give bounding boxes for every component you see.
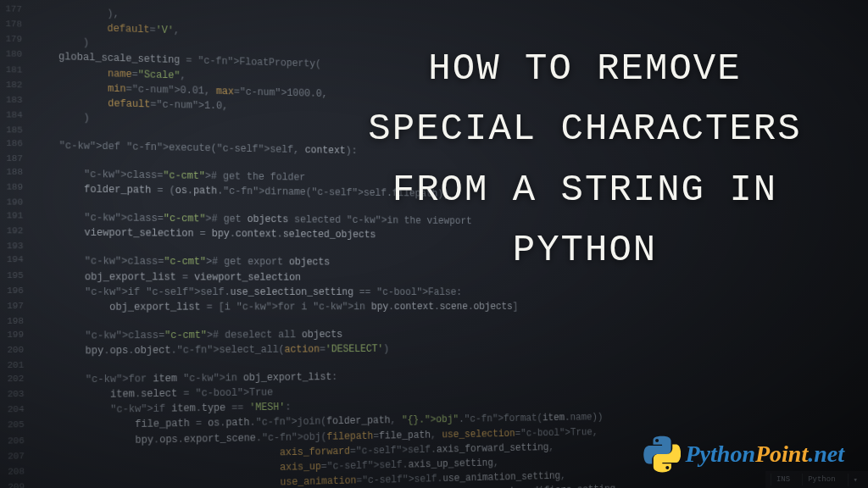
- line-number: 184: [0, 108, 34, 125]
- line-number: 202: [0, 373, 36, 389]
- line-number: 198: [0, 315, 36, 329]
- line-number: 177: [0, 3, 34, 19]
- line-number: 204: [1, 403, 36, 419]
- line-number: 201: [0, 359, 36, 373]
- line-number: 187: [0, 152, 35, 166]
- line-number: 194: [0, 253, 35, 269]
- code-line: 196 "c-kw">if "c-self">self.use_selectio…: [0, 285, 781, 300]
- code-content: bpy.ops.object."c-fn">select_all(action=…: [36, 341, 389, 359]
- site-logo: PythonPoint.net: [643, 435, 844, 473]
- logo-text: PythonPoint.net: [686, 441, 844, 468]
- line-number: 193: [0, 241, 35, 254]
- line-number: 180: [0, 48, 34, 64]
- code-content: obj_export_list = [i "c-kw">for i "c-kw"…: [35, 299, 518, 314]
- status-chevron-icon: ▾: [848, 474, 863, 486]
- code-content: ): [34, 109, 90, 125]
- line-number: 205: [1, 419, 36, 435]
- line-number: 189: [0, 181, 35, 197]
- logo-ext: .net: [808, 441, 844, 467]
- code-content: "c-kw">class="c-cmt"># get export object…: [35, 254, 330, 270]
- status-language: Python: [802, 474, 840, 485]
- article-title: HOW TO REMOVE SPECIAL CHARACTERS FROM A …: [331, 39, 839, 280]
- line-number: 197: [0, 300, 36, 315]
- line-number: 188: [0, 166, 35, 182]
- editor-status-bar: INS Python ▾: [765, 471, 868, 488]
- line-number: 191: [0, 209, 35, 225]
- logo-brand-point: Point: [755, 441, 808, 467]
- line-number: 206: [1, 434, 36, 450]
- line-number: 190: [0, 197, 35, 210]
- line-number: 182: [0, 78, 34, 94]
- python-logo-icon: [643, 435, 681, 473]
- line-number: 208: [1, 465, 36, 481]
- code-content: "c-kw">class="c-cmt"># deselect all obje…: [36, 327, 343, 344]
- line-number: 199: [0, 329, 36, 344]
- line-number: 209: [1, 480, 36, 488]
- code-content: obj_export_list = viewport_selection: [35, 269, 301, 285]
- line-number: 185: [0, 124, 34, 138]
- line-number: 195: [0, 269, 35, 285]
- status-insert-mode: INS: [771, 474, 795, 485]
- line-number: 179: [0, 33, 34, 49]
- line-number: 196: [0, 285, 35, 300]
- line-number: 178: [0, 18, 34, 34]
- line-number: 207: [1, 450, 36, 466]
- line-number: 181: [0, 64, 34, 80]
- line-number: 186: [0, 137, 34, 153]
- line-number: 200: [0, 344, 36, 359]
- logo-brand-python: Python: [686, 441, 755, 467]
- code-content: "c-kw">if "c-self">self.use_selection_se…: [35, 285, 462, 300]
- line-number: 192: [0, 225, 35, 241]
- line-number: 203: [1, 388, 36, 404]
- code-content: ): [34, 34, 90, 51]
- line-number: 183: [0, 93, 34, 109]
- code-content: viewport_selection = bpy.context.selecte…: [35, 225, 376, 243]
